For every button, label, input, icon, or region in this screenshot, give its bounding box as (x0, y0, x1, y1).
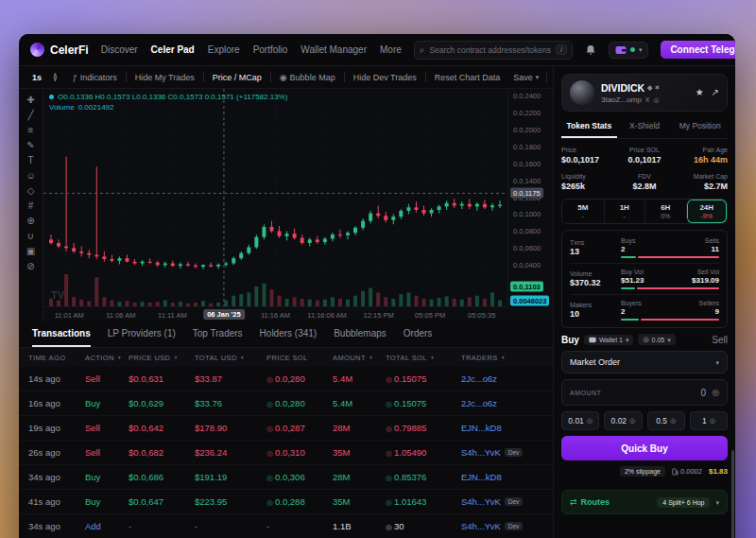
toolbar-button-bubble-map[interactable]: ◉Bubble Map (274, 71, 341, 84)
transaction-row[interactable]: 26s agoSell$0.0,682$236.24◎0.0,31035M◎1.… (19, 441, 553, 465)
transaction-row[interactable]: 34s agoBuy$0.0,686$191.19◎0.0,30628M◎0.8… (19, 465, 553, 490)
timeframe-1h[interactable]: 1H- (604, 200, 645, 223)
shapes-tool-icon[interactable]: ◇ (27, 185, 35, 196)
tab-token-stats[interactable]: Token Stats (561, 117, 617, 138)
slippage-badge[interactable]: 2% slippage (620, 466, 665, 477)
transaction-row[interactable]: 19s agoSell$0.0,642$178.90◎0.0,28728M◎0.… (19, 416, 553, 441)
filter-icon[interactable]: ▼ (173, 355, 178, 360)
favorite-star-icon[interactable]: ★ (696, 88, 704, 97)
wallet-dropdown[interactable]: Wallet 1 ▾ (584, 335, 634, 345)
transaction-row[interactable]: 34s agoAdd---1.1B◎30S4h...YvKDev (19, 514, 553, 538)
zoom-tool-icon[interactable]: ⊕ (26, 216, 34, 226)
trader-link[interactable]: EJN...kD8 (461, 423, 502, 433)
order-type-select[interactable]: Market Order ▾ (561, 351, 728, 373)
column-header-total-usd[interactable]: TOTAL USD▼ (195, 354, 266, 362)
cell-trader[interactable]: S4h...YvKDev (461, 496, 543, 507)
nav-item-wallet-manager[interactable]: Wallet Manager (301, 44, 367, 55)
fib-tool-icon[interactable]: ≡ (28, 125, 34, 135)
brand[interactable]: CelerFi (30, 43, 89, 57)
trader-link[interactable]: 2Jc...o6z (461, 373, 497, 384)
filter-icon[interactable]: ▼ (430, 355, 435, 360)
emoji-tool-icon[interactable]: ☺ (26, 170, 35, 181)
toolbar-button-indicators[interactable]: ƒIndicators (67, 71, 123, 84)
column-header-price-sol[interactable]: PRICE SOL (266, 354, 333, 362)
routes-panel[interactable]: ⇄ Routes 4 Split+ 6 Hop ▾ (561, 490, 728, 514)
tab-orders[interactable]: Orders (404, 321, 433, 347)
toolbar-button-hide-dev-trades[interactable]: Hide Dev Trades (348, 71, 422, 84)
cell-trader[interactable]: EJN...kD8 (461, 423, 543, 433)
column-header-price-usd[interactable]: PRICE USD▼ (129, 354, 195, 362)
window-scrollbar[interactable] (731, 450, 734, 538)
nav-item-explore[interactable]: Explore (208, 44, 240, 55)
preset-amount-button[interactable]: 0.5◎ (647, 411, 685, 430)
search-input[interactable]: ⌕ Search contract addresses/tokens / (414, 41, 573, 60)
filter-icon[interactable]: ▼ (240, 355, 245, 360)
column-header-total-sol[interactable]: TOTAL SOL▼ (386, 354, 461, 362)
connect-telegram-button[interactable]: Connect Telegram (661, 41, 735, 59)
tab-lp-providers-1[interactable]: LP Providers (1) (108, 321, 176, 347)
share-link-icon[interactable]: ↗ (712, 88, 719, 97)
quick-amount-dropdown[interactable]: ◎ 0.05 ▾ (638, 334, 675, 345)
buy-tab[interactable]: Buy (561, 335, 579, 345)
preset-amount-button[interactable]: 0.01◎ (561, 411, 599, 430)
tab-transactions[interactable]: Transactions (32, 321, 91, 347)
tab-holders-341[interactable]: Holders (341) (260, 321, 318, 347)
filter-icon[interactable]: ▼ (117, 355, 122, 360)
trader-link[interactable]: EJN...kD8 (461, 472, 502, 482)
notifications-bell-icon[interactable] (585, 44, 596, 56)
nav-item-portfolio[interactable]: Portfolio (253, 44, 288, 55)
tab-top-traders[interactable]: Top Traders (193, 321, 243, 347)
trader-link[interactable]: S4h...YvK (461, 521, 501, 531)
candle-style-icon[interactable]: ≬ (49, 71, 61, 84)
token-address[interactable]: 3taoZ...ump (601, 95, 642, 104)
tab-my-position[interactable]: My Position (672, 117, 728, 138)
x-social-icon[interactable]: X (645, 96, 650, 103)
toolbar-button-price-mcap[interactable]: Price / MCap (207, 71, 267, 84)
trader-link[interactable]: 2Jc...o6z (461, 398, 497, 408)
nav-item-discover[interactable]: Discover (101, 44, 138, 55)
column-header-time-ago[interactable]: TIME AGO (28, 354, 85, 362)
time-axis[interactable]: 11:01 AM11:06 AM11:11 AM06 Jan '2511:16 … (43, 306, 507, 321)
cursor-tool-icon[interactable]: ✚ (26, 95, 34, 105)
cell-trader[interactable]: S4h...YvKDev (461, 447, 543, 458)
tab-x-shield[interactable]: X-Shield (617, 117, 673, 138)
measure-tool-icon[interactable]: # (28, 200, 34, 211)
website-icon[interactable]: ◎ (653, 96, 659, 103)
preset-amount-button[interactable]: 1◎ (690, 411, 728, 430)
cell-trader[interactable]: EJN...kD8 (461, 472, 543, 482)
price-chart[interactable] (43, 89, 507, 306)
sell-tab[interactable]: Sell (712, 335, 728, 345)
quick-buy-button[interactable]: Quick Buy (561, 436, 728, 460)
timeframe-24h[interactable]: 24H-9% (686, 200, 728, 223)
magnet-tool-icon[interactable]: ∪ (27, 231, 34, 241)
cell-trader[interactable]: 2Jc...o6z (461, 373, 543, 384)
toolbar-button-reset-chart-data[interactable]: Reset Chart Data (429, 71, 507, 84)
timeframe-button[interactable]: 1s (26, 71, 47, 84)
timeframe-5m[interactable]: 5M- (562, 200, 604, 223)
lock-tool-icon[interactable]: ▣ (26, 246, 35, 256)
save-layout-button[interactable]: Save▾ (507, 71, 544, 84)
transaction-row[interactable]: 16s agoBuy$0.0,629$33.76◎0.0,2805.4M◎0.1… (19, 391, 553, 416)
timeframe-6h[interactable]: 6H0% (644, 200, 686, 223)
cell-trader[interactable]: 2Jc...o6z (461, 398, 543, 408)
filter-icon[interactable]: ▼ (369, 355, 373, 360)
amount-input[interactable]: AMOUNT 0 ◎ (561, 379, 728, 406)
toolbar-button-hide-my-trades[interactable]: Hide My Trades (129, 71, 200, 84)
column-header-action[interactable]: ACTION▼ (85, 354, 129, 362)
nav-item-more[interactable]: More (380, 44, 402, 55)
trader-link[interactable]: S4h...YvK (461, 496, 501, 507)
trendline-tool-icon[interactable]: ╱ (27, 110, 33, 120)
trader-link[interactable]: S4h...YvK (461, 447, 501, 458)
column-header-amount[interactable]: AMOUNT▼ (333, 354, 386, 362)
cell-trader[interactable]: S4h...YvKDev (461, 521, 543, 531)
wallet-selector[interactable]: ▾ (609, 42, 649, 59)
nav-item-celer-pad[interactable]: Celer Pad (151, 44, 195, 55)
preset-amount-button[interactable]: 0.02◎ (604, 411, 642, 430)
delete-tool-icon[interactable]: ⊘ (26, 261, 34, 271)
transaction-row[interactable]: 14s agoSell$0.0,631$33.87◎0.0,2805.4M◎0.… (19, 367, 553, 391)
price-axis[interactable]: 0.0,24000.0,22000.0,20000.0,18000.0,1600… (507, 89, 553, 306)
text-tool-icon[interactable]: T (27, 155, 33, 165)
filter-icon[interactable]: ▼ (501, 355, 506, 360)
column-header-traders[interactable]: TRADERS▼ (461, 354, 543, 362)
tab-bubblemaps[interactable]: Bubblemaps (334, 321, 387, 347)
